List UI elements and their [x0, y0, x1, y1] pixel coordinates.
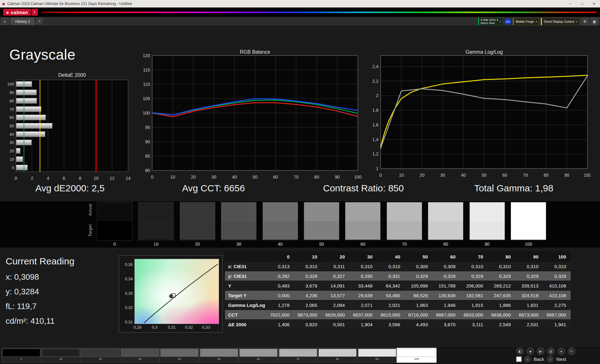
svg-text:90: 90: [564, 173, 569, 178]
minimize-button[interactable]: ─: [564, 0, 576, 7]
stop-icon[interactable]: ■: [527, 347, 534, 355]
table-cell: 0,483: [266, 281, 294, 291]
maximize-button[interactable]: □: [576, 0, 588, 7]
source-dropdown[interactable]: Mobile Forge ▾: [513, 18, 539, 25]
table-cell: 2,071: [349, 300, 377, 310]
pattern-swatch-20[interactable]: 20: [80, 348, 120, 363]
table-cell: 2,065: [294, 300, 322, 310]
pattern-color-patch: [81, 349, 119, 357]
back-button[interactable]: Back: [534, 357, 544, 362]
rgb-balance-chart: 1201151101051009590858001020304050607080…: [140, 53, 362, 179]
svg-text:2,4: 2,4: [372, 64, 379, 69]
table-corner-cell: [225, 252, 266, 262]
pattern-swatch-40[interactable]: 40: [159, 348, 199, 363]
table-cell: 324,518: [515, 291, 543, 300]
svg-text:1,6: 1,6: [372, 122, 379, 127]
layout-icon[interactable]: ▣: [591, 18, 598, 25]
table-row-label: ΔE 2000: [225, 320, 266, 329]
deltae-bar-80: [16, 98, 37, 103]
svg-text:4: 4: [47, 176, 49, 181]
report-icon[interactable]: ▥: [547, 347, 555, 355]
table-cell: 13,577: [322, 291, 349, 300]
pattern-swatch-label: 70: [279, 357, 317, 361]
stat-total-gamma: Total Gamma: 1,98: [474, 183, 553, 194]
meter-dropdown[interactable]: X-Rite i1Pro 3 Direct View ▾: [478, 18, 503, 25]
table-cell: 6615,000: [377, 310, 405, 320]
display-control-dropdown[interactable]: Direct Display Control ▾: [541, 18, 579, 25]
next-icon[interactable]: »: [547, 356, 553, 362]
pattern-swatch-10[interactable]: 10: [41, 348, 81, 363]
cie-ytick-label: 0,31: [120, 320, 133, 324]
pattern-swatch-90[interactable]: 90: [357, 348, 397, 363]
svg-text:40: 40: [232, 175, 237, 179]
table-cell: 269,212: [488, 281, 515, 291]
svg-text:50: 50: [482, 173, 487, 178]
table-cell: 0,329: [488, 271, 515, 281]
tab-history-1[interactable]: History 1: [11, 18, 35, 25]
table-row-label: x: CIE31: [225, 262, 266, 271]
pattern-swatch-0[interactable]: 0: [1, 348, 41, 363]
table-cell: 0,282: [266, 271, 294, 281]
table-cell: 1,831: [515, 300, 543, 310]
table-cell: 0,310: [349, 262, 377, 271]
table-cell: 339,513: [515, 281, 543, 291]
table-row: x: CIE310,3130,3100,3110,3100,3100,3090,…: [225, 262, 571, 271]
layout-nav-arrow-button[interactable]: ▸: [1, 18, 9, 25]
calman-logo: ◈ calman: [3, 9, 31, 16]
table-cell: 6633,000: [460, 310, 488, 320]
table-cell: 3,679: [294, 281, 322, 291]
table-column-header: 60: [432, 252, 460, 262]
gamma-chart: 2,42,221,81,61,41,2101020304050607080901…: [368, 53, 591, 179]
pattern-swatch-30[interactable]: 30: [120, 348, 160, 363]
pattern-swatch-label: 60: [239, 357, 278, 361]
pattern-color-patch: [398, 349, 436, 357]
results-table-head: 0102030405060708090100: [225, 252, 571, 262]
svg-text:115: 115: [143, 67, 150, 72]
svg-text:1,8: 1,8: [372, 108, 379, 113]
pattern-toggle-icon[interactable]: [516, 357, 522, 362]
table-cell: 2,021: [377, 300, 405, 310]
pattern-swatch-60[interactable]: 60: [238, 348, 278, 363]
table-column-header: 70: [460, 252, 488, 262]
rainbow-gradient-strip: [41, 12, 597, 13]
back-icon[interactable]: «: [524, 356, 531, 362]
gear-icon[interactable]: ⚙: [581, 18, 589, 25]
close-button[interactable]: ✕: [588, 0, 600, 7]
svg-text:0: 0: [379, 173, 382, 178]
table-row: y: CIE310,2820,3280,3270,3300,3310,3290,…: [225, 271, 571, 281]
table-cell: 0,310: [377, 262, 405, 271]
table-cell: 6638,000: [488, 310, 515, 320]
continuous-icon[interactable]: ↻: [568, 347, 575, 355]
next-button[interactable]: Next: [556, 357, 566, 362]
pattern-window-icon[interactable]: ◧: [516, 347, 524, 355]
svg-text:2,2: 2,2: [372, 79, 379, 84]
cie-ytick-label: 0,34: [120, 277, 133, 281]
svg-text:110: 110: [143, 82, 150, 87]
svg-text:80: 80: [145, 168, 150, 173]
record-icon[interactable]: ●: [558, 347, 565, 355]
add-tab-button[interactable]: +: [36, 18, 42, 24]
actual-row-label: Actual: [88, 204, 92, 216]
current-reading-fl: fL: 119,7: [6, 302, 37, 311]
table-cell: 1,946: [432, 300, 460, 310]
cie-xtick-label: 0,33: [199, 325, 213, 330]
svg-text:8: 8: [79, 176, 81, 181]
current-reading-cdm: cd/m²: 410,11: [6, 316, 55, 326]
table-cell: 105,998: [405, 281, 432, 291]
table-cell: 6667,000: [543, 310, 571, 320]
cie-chart-panel: 0,350,340,330,320,310,290,30,310,320,33: [119, 255, 222, 332]
logo-menu-button[interactable]: ▾: [32, 9, 38, 16]
play-icon[interactable]: ▶: [537, 347, 544, 355]
table-cell: 1,278: [266, 300, 294, 310]
current-reading-x: x: 0,3098: [6, 272, 39, 282]
results-table: 0102030405060708090100 x: CIE310,3130,31…: [225, 252, 571, 329]
pattern-swatch-50[interactable]: 50: [199, 348, 239, 363]
table-cell: 0,309: [405, 262, 432, 271]
pattern-swatch-100[interactable]: 100: [397, 348, 437, 363]
table-column-header: 20: [322, 252, 349, 262]
svg-text:70: 70: [10, 107, 14, 112]
svg-text:1,2: 1,2: [372, 151, 379, 156]
pattern-swatch-80[interactable]: 80: [318, 348, 358, 363]
pattern-swatch-70[interactable]: 70: [278, 348, 318, 363]
table-cell: 182,581: [460, 291, 488, 300]
